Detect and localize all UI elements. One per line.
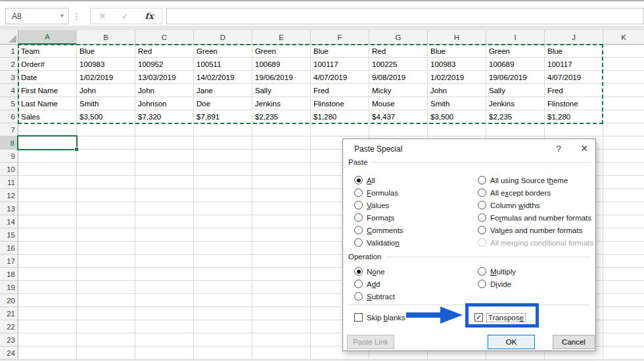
cell-D19[interactable]	[194, 281, 252, 294]
cell-I3[interactable]: 19/06/2019	[486, 71, 545, 84]
cell-A21[interactable]	[18, 307, 77, 320]
cell-A19[interactable]	[18, 281, 77, 294]
cell-A10[interactable]	[18, 163, 77, 176]
cell-H1[interactable]: Blue	[428, 45, 486, 58]
cell-K14[interactable]	[603, 215, 644, 228]
cell-C24[interactable]	[135, 347, 194, 360]
radio-formulas-and-number-formats[interactable]: Formulas and number formats	[478, 211, 593, 224]
cell-K8[interactable]	[603, 137, 644, 150]
cell-E19[interactable]	[252, 281, 311, 294]
radio-all[interactable]: All	[354, 174, 403, 186]
cell-B22[interactable]	[77, 320, 135, 333]
cell-B4[interactable]: John	[77, 84, 135, 97]
cell-K11[interactable]	[603, 176, 644, 189]
cell-K3[interactable]	[603, 71, 644, 84]
cell-J4[interactable]: Fred	[545, 84, 603, 97]
cell-F6[interactable]: $1,280	[311, 110, 369, 123]
cell-A3[interactable]: Date	[18, 71, 77, 84]
cell-H4[interactable]: John	[428, 84, 486, 97]
cell-D2[interactable]: 100511	[194, 58, 252, 71]
cancel-button[interactable]: Cancel	[553, 335, 595, 349]
help-icon[interactable]: ?	[553, 144, 564, 154]
row-header-8[interactable]: 8	[0, 137, 18, 150]
cell-A20[interactable]	[18, 294, 77, 307]
formula-input[interactable]	[166, 8, 644, 24]
column-header-H[interactable]: H	[428, 30, 486, 45]
cell-F3[interactable]: 4/07/2019	[311, 71, 369, 84]
column-header-F[interactable]: F	[311, 30, 369, 45]
cell-D8[interactable]	[194, 137, 252, 150]
cell-B23[interactable]	[77, 333, 135, 347]
cell-G7[interactable]	[369, 123, 428, 137]
cell-E21[interactable]	[252, 307, 311, 320]
row-header-12[interactable]: 12	[0, 189, 18, 202]
cell-K17[interactable]	[603, 255, 644, 268]
cell-D4[interactable]: Jane	[194, 84, 252, 97]
cell-K7[interactable]	[603, 123, 644, 137]
cell-K15[interactable]	[603, 228, 644, 242]
chevron-down-icon[interactable]: ▾	[60, 12, 64, 19]
cell-E11[interactable]	[252, 176, 311, 189]
cell-B12[interactable]	[77, 189, 135, 202]
cell-K10[interactable]	[603, 163, 644, 176]
cell-F5[interactable]: Flinstone	[311, 97, 369, 110]
cell-E16[interactable]	[252, 242, 311, 255]
cell-C10[interactable]	[135, 163, 194, 176]
cell-A7[interactable]	[18, 123, 77, 137]
cell-E22[interactable]	[252, 320, 311, 333]
column-header-A[interactable]: A	[18, 30, 77, 45]
radio-divide[interactable]: Divide	[478, 278, 516, 290]
radio-subtract[interactable]: Subtract	[354, 290, 395, 303]
cell-B14[interactable]	[77, 215, 135, 228]
cell-B17[interactable]	[77, 255, 135, 268]
cell-J3[interactable]: 4/07/2019	[545, 71, 603, 84]
cell-K21[interactable]	[603, 307, 644, 320]
cell-F1[interactable]: Blue	[311, 45, 369, 58]
cell-E17[interactable]	[252, 255, 311, 268]
cell-J7[interactable]	[545, 123, 603, 137]
cell-G3[interactable]: 9/08/2019	[369, 71, 428, 84]
cell-K5[interactable]	[603, 97, 644, 110]
cell-H2[interactable]: 100983	[428, 58, 486, 71]
cell-I4[interactable]: Sally	[486, 84, 545, 97]
cell-C22[interactable]	[135, 320, 194, 333]
cell-C23[interactable]	[135, 333, 194, 347]
row-header-5[interactable]: 5	[0, 97, 18, 110]
cell-D20[interactable]	[194, 294, 252, 307]
cell-E24[interactable]	[252, 347, 311, 360]
cell-A4[interactable]: First Name	[18, 84, 77, 97]
cell-A9[interactable]	[18, 150, 77, 163]
row-header-24[interactable]: 24	[0, 347, 18, 360]
cell-G5[interactable]: Mouse	[369, 97, 428, 110]
cell-A1[interactable]: Team	[18, 45, 77, 58]
cell-J6[interactable]: $1,280	[545, 110, 603, 123]
column-header-E[interactable]: E	[252, 30, 311, 45]
cell-F4[interactable]: Fred	[311, 84, 369, 97]
cell-E14[interactable]	[252, 215, 311, 228]
cell-D16[interactable]	[194, 242, 252, 255]
cell-A14[interactable]	[18, 215, 77, 228]
cell-J1[interactable]: Blue	[545, 45, 603, 58]
cell-C5[interactable]: Johnson	[135, 97, 194, 110]
cell-E12[interactable]	[252, 189, 311, 202]
cell-D18[interactable]	[194, 268, 252, 281]
radio-column-widths[interactable]: Column widths	[478, 199, 593, 211]
cell-E7[interactable]	[252, 123, 311, 137]
ok-button[interactable]: OK	[488, 335, 535, 349]
cell-D5[interactable]: Doe	[194, 97, 252, 110]
close-icon[interactable]: ✕	[578, 143, 590, 154]
cell-E15[interactable]	[252, 228, 311, 242]
cell-D24[interactable]	[194, 347, 252, 360]
cell-A2[interactable]: Order#	[18, 58, 77, 71]
cell-C11[interactable]	[135, 176, 194, 189]
row-header-13[interactable]: 13	[0, 202, 18, 215]
cell-C18[interactable]	[135, 268, 194, 281]
cell-D22[interactable]	[194, 320, 252, 333]
cell-B20[interactable]	[77, 294, 135, 307]
cell-E3[interactable]: 19/06/2019	[252, 71, 311, 84]
cell-K12[interactable]	[603, 189, 644, 202]
cell-K16[interactable]	[603, 242, 644, 255]
cell-E13[interactable]	[252, 202, 311, 215]
cell-B6[interactable]: $3,500	[77, 110, 135, 123]
cell-E10[interactable]	[252, 163, 311, 176]
